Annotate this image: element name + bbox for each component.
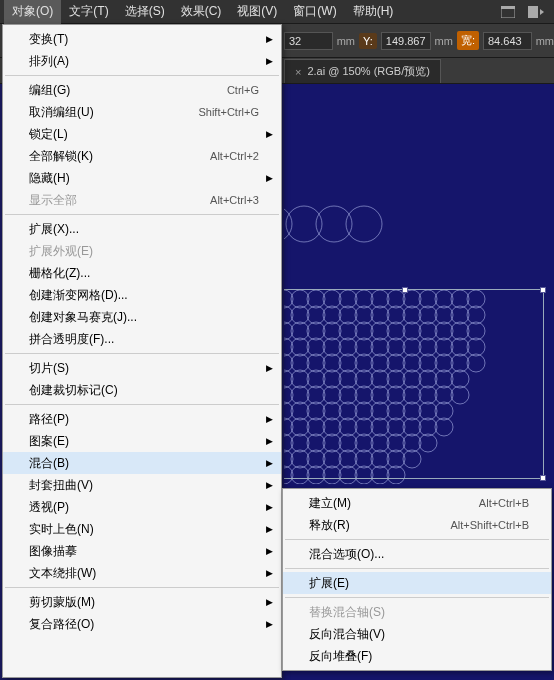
screen-mode-icon[interactable] (524, 2, 548, 22)
submenu-arrow-icon: ▶ (266, 34, 273, 44)
menu-item-label: 建立(M) (309, 495, 479, 512)
menu-item-label: 创建渐变网格(D)... (29, 287, 259, 304)
menu-shortcut: Alt+Ctrl+3 (210, 194, 259, 206)
menu-item[interactable]: 剪切蒙版(M)▶ (3, 591, 281, 613)
submenu-arrow-icon: ▶ (266, 173, 273, 183)
y-label: Y: (359, 33, 377, 49)
menu-item-label: 封套扭曲(V) (29, 477, 259, 494)
menu-item[interactable]: 反向堆叠(F) (283, 645, 551, 667)
menu-item[interactable]: 实时上色(N)▶ (3, 518, 281, 540)
menu-item[interactable]: 切片(S)▶ (3, 357, 281, 379)
menu-separator (5, 404, 279, 405)
menu-item-label: 反向堆叠(F) (309, 648, 529, 665)
menu-separator (285, 597, 549, 598)
menu-item[interactable]: 扩展(X)... (3, 218, 281, 240)
menu-item[interactable]: 混合(B)▶ (3, 452, 281, 474)
menu-view[interactable]: 视图(V) (229, 0, 285, 24)
menu-item-label: 锁定(L) (29, 126, 259, 143)
menu-item-label: 扩展外观(E) (29, 243, 259, 260)
submenu-arrow-icon: ▶ (266, 546, 273, 556)
unit-label: mm (337, 35, 355, 47)
menu-object[interactable]: 对象(O) (4, 0, 61, 24)
selection-handle[interactable] (402, 287, 408, 293)
menu-item[interactable]: 复合路径(O)▶ (3, 613, 281, 635)
menu-item[interactable]: 栅格化(Z)... (3, 262, 281, 284)
menu-window[interactable]: 窗口(W) (285, 0, 344, 24)
menu-item[interactable]: 混合选项(O)... (283, 543, 551, 565)
menu-separator (5, 353, 279, 354)
selection-handle[interactable] (540, 287, 546, 293)
tab-title: 2.ai @ 150% (RGB/预览) (307, 64, 429, 79)
menu-item-label: 混合选项(O)... (309, 546, 529, 563)
document-tab[interactable]: × 2.ai @ 150% (RGB/预览) (284, 59, 441, 83)
menu-item-label: 替换混合轴(S) (309, 604, 529, 621)
menu-item-label: 隐藏(H) (29, 170, 259, 187)
selection-box[interactable] (284, 289, 544, 479)
menu-item-label: 路径(P) (29, 411, 259, 428)
menu-shortcut: Alt+Ctrl+B (479, 497, 529, 509)
menu-select[interactable]: 选择(S) (117, 0, 173, 24)
menu-type[interactable]: 文字(T) (61, 0, 116, 24)
selection-handle[interactable] (540, 475, 546, 481)
submenu-arrow-icon: ▶ (266, 568, 273, 578)
submenu-arrow-icon: ▶ (266, 56, 273, 66)
menu-item-label: 扩展(X)... (29, 221, 259, 238)
menu-item[interactable]: 全部解锁(K)Alt+Ctrl+2 (3, 145, 281, 167)
menu-separator (5, 587, 279, 588)
menu-help[interactable]: 帮助(H) (345, 0, 402, 24)
coord-x-value[interactable]: 32 (284, 32, 333, 50)
menu-item[interactable]: 透视(P)▶ (3, 496, 281, 518)
menu-item[interactable]: 创建对象马赛克(J)... (3, 306, 281, 328)
menu-item-label: 排列(A) (29, 53, 259, 70)
menu-item[interactable]: 释放(R)Alt+Shift+Ctrl+B (283, 514, 551, 536)
menu-item[interactable]: 封套扭曲(V)▶ (3, 474, 281, 496)
menu-item[interactable]: 拼合透明度(F)... (3, 328, 281, 350)
menu-item-label: 变换(T) (29, 31, 259, 48)
menu-item-label: 切片(S) (29, 360, 259, 377)
menu-item-label: 反向混合轴(V) (309, 626, 529, 643)
menu-effect[interactable]: 效果(C) (173, 0, 230, 24)
menu-separator (5, 214, 279, 215)
coord-y-value[interactable]: 149.867 (381, 32, 431, 50)
menu-shortcut: Ctrl+G (227, 84, 259, 96)
svg-point-5 (316, 206, 352, 242)
menu-item[interactable]: 图像描摹▶ (3, 540, 281, 562)
submenu-arrow-icon: ▶ (266, 436, 273, 446)
submenu-arrow-icon: ▶ (266, 458, 273, 468)
menu-item[interactable]: 编组(G)Ctrl+G (3, 79, 281, 101)
menu-separator (5, 75, 279, 76)
menu-item[interactable]: 创建裁切标记(C) (3, 379, 281, 401)
menu-item-label: 扩展(E) (309, 575, 529, 592)
w-label: 宽: (457, 31, 479, 50)
menu-item[interactable]: 锁定(L)▶ (3, 123, 281, 145)
menu-item[interactable]: 取消编组(U)Shift+Ctrl+G (3, 101, 281, 123)
menu-item-label: 图像描摹 (29, 543, 259, 560)
menu-item[interactable]: 文本绕排(W)▶ (3, 562, 281, 584)
menu-item[interactable]: 建立(M)Alt+Ctrl+B (283, 492, 551, 514)
menu-item[interactable]: 隐藏(H)▶ (3, 167, 281, 189)
submenu-arrow-icon: ▶ (266, 363, 273, 373)
svg-rect-2 (528, 6, 538, 18)
menu-item-label: 透视(P) (29, 499, 259, 516)
menu-item-label: 创建对象马赛克(J)... (29, 309, 259, 326)
menu-item-label: 拼合透明度(F)... (29, 331, 259, 348)
submenu-arrow-icon: ▶ (266, 414, 273, 424)
menu-item[interactable]: 图案(E)▶ (3, 430, 281, 452)
menu-item-label: 取消编组(U) (29, 104, 198, 121)
coord-w-value[interactable]: 84.643 (483, 32, 532, 50)
blend-submenu-dropdown: 建立(M)Alt+Ctrl+B释放(R)Alt+Shift+Ctrl+B混合选项… (282, 488, 552, 671)
submenu-arrow-icon: ▶ (266, 502, 273, 512)
menu-item-label: 文本绕排(W) (29, 565, 259, 582)
menu-item[interactable]: 扩展(E) (283, 572, 551, 594)
layout-icon[interactable] (496, 2, 520, 22)
menu-item[interactable]: 反向混合轴(V) (283, 623, 551, 645)
submenu-arrow-icon: ▶ (266, 619, 273, 629)
menu-shortcut: Alt+Shift+Ctrl+B (450, 519, 529, 531)
close-icon[interactable]: × (295, 66, 301, 78)
menu-item[interactable]: 变换(T)▶ (3, 28, 281, 50)
menu-item-label: 栅格化(Z)... (29, 265, 259, 282)
menu-item[interactable]: 排列(A)▶ (3, 50, 281, 72)
menu-item[interactable]: 路径(P)▶ (3, 408, 281, 430)
svg-point-6 (346, 206, 382, 242)
menu-item[interactable]: 创建渐变网格(D)... (3, 284, 281, 306)
